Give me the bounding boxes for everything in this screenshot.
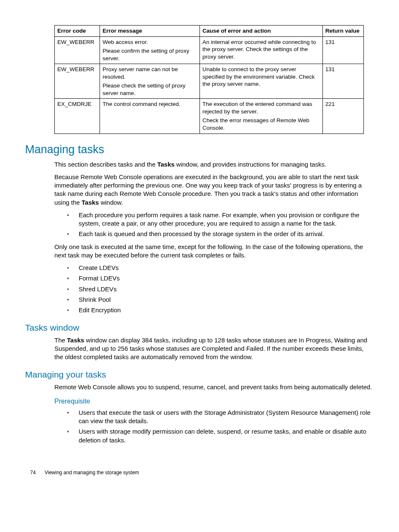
cell-ret: 131: [322, 64, 363, 99]
cell-cause: The execution of the entered command was…: [200, 99, 322, 134]
cell-ret: 131: [322, 36, 363, 64]
text: window.: [99, 199, 123, 206]
cell-msg: The control command rejected.: [100, 99, 200, 134]
list-item: Shred LDEVs: [67, 285, 374, 293]
table-row: EW_WEBERR Proxy server name can not be r…: [55, 64, 364, 99]
list-item: Create LDEVs: [67, 264, 374, 272]
text: window, and provides instructions for ma…: [174, 161, 326, 168]
cell-msg-line: Please check the setting of proxy server…: [102, 82, 197, 97]
cell-msg-line: Proxy server name can not be resolved.: [102, 66, 197, 80]
cell-code: EX_CMDRJE: [55, 99, 100, 134]
list-item: Users that execute the task or users wit…: [67, 409, 374, 426]
heading-tasks-window: Tasks window: [25, 322, 374, 333]
tasks-window-para: The Tasks window can display 384 tasks, …: [54, 336, 374, 362]
cell-cause: Unable to connect to the proxy server sp…: [200, 64, 322, 99]
list-item: Edit Encryption: [67, 306, 374, 314]
cell-cause-line: The execution of the entered command was…: [202, 100, 320, 115]
cell-code: EW_WEBERR: [55, 64, 100, 99]
tasks-keyword: Tasks: [157, 161, 174, 168]
th-return-value: Return value: [322, 26, 363, 37]
intro-para-2: Because Remote Web Console operations ar…: [54, 173, 374, 207]
intro-para-1: This section describes tasks and the Tas…: [54, 160, 374, 169]
cell-code: EW_WEBERR: [55, 36, 100, 64]
heading-managing-your-tasks: Managing your tasks: [25, 369, 374, 380]
th-cause-action: Cause of error and action: [200, 26, 322, 37]
heading-prerequisite: Prerequisite: [54, 397, 374, 406]
th-error-message: Error message: [100, 26, 200, 37]
cell-msg-line: The control command rejected.: [102, 100, 197, 108]
error-code-table: Error code Error message Cause of error …: [54, 25, 364, 134]
bullet-list-1: Each procedure you perform requires a ta…: [67, 211, 374, 239]
cell-msg: Web access error. Please confirm the set…: [100, 36, 200, 64]
para-exceptions: Only one task is executed at the same ti…: [54, 243, 374, 260]
page-number: 74: [30, 470, 36, 476]
list-item: Each procedure you perform requires a ta…: [67, 211, 374, 228]
list-item: Format LDEVs: [67, 274, 374, 283]
table-row: EW_WEBERR Web access error. Please confi…: [55, 36, 364, 64]
text: window can display 384 tasks, including …: [54, 337, 367, 361]
bullet-list-2: Create LDEVs Format LDEVs Shred LDEVs Sh…: [67, 264, 374, 314]
tasks-keyword: Tasks: [82, 199, 99, 206]
managing-tasks-para: Remote Web Console allows you to suspend…: [54, 383, 374, 391]
heading-managing-tasks: Managing tasks: [25, 142, 374, 157]
table-row: EX_CMDRJE The control command rejected. …: [55, 99, 364, 134]
list-item: Shrink Pool: [67, 296, 374, 304]
page-footer: 74 Viewing and managing the storage syst…: [25, 470, 374, 476]
footer-title: Viewing and managing the storage system: [45, 470, 139, 475]
cell-msg-line: Web access error.: [102, 39, 197, 46]
cell-ret: 221: [322, 99, 363, 134]
cell-msg: Proxy server name can not be resolved. P…: [100, 64, 200, 99]
list-item: Users with storage modify permission can…: [67, 427, 374, 445]
cell-cause-line: Check the error messages of Remote Web C…: [202, 117, 320, 131]
text: This section describes tasks and the: [54, 161, 157, 168]
tasks-keyword: Tasks: [67, 337, 84, 344]
list-item: Each task is queued and then processed b…: [67, 230, 374, 238]
cell-msg-line: Please confirm the setting of proxy serv…: [102, 47, 197, 62]
th-error-code: Error code: [55, 26, 100, 37]
bullet-list-prereq: Users that execute the task or users wit…: [67, 409, 374, 445]
text: The: [54, 337, 67, 344]
cell-cause: An internal error occurred while connect…: [200, 36, 322, 64]
